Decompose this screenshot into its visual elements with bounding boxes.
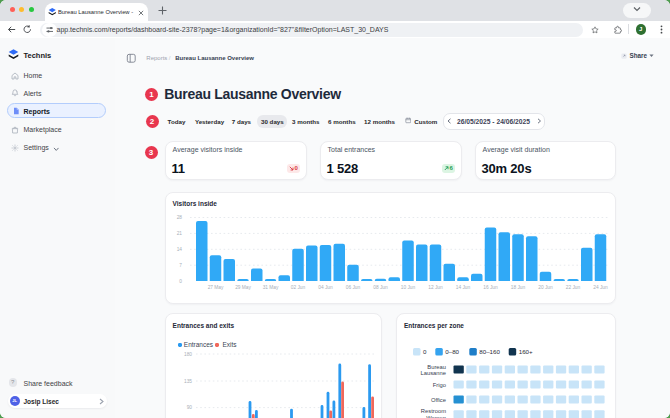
- svg-text:0–80: 0–80: [445, 348, 459, 355]
- svg-text:0: 0: [423, 348, 427, 355]
- svg-text:7: 7: [179, 263, 182, 268]
- svg-text:180: 180: [184, 352, 192, 357]
- svg-text:160+: 160+: [519, 348, 533, 355]
- svg-text:14 Jun: 14 Jun: [456, 285, 471, 290]
- svg-text:31 May: 31 May: [263, 285, 279, 290]
- svg-text:16 Jun: 16 Jun: [483, 285, 498, 290]
- svg-text:10 Jun: 10 Jun: [401, 285, 416, 290]
- svg-text:08 Jun: 08 Jun: [373, 285, 388, 290]
- svg-text:02 Jun: 02 Jun: [291, 285, 306, 290]
- svg-text:Restroom: Restroom: [421, 408, 446, 414]
- svg-text:Frigo: Frigo: [433, 382, 446, 388]
- svg-text:0: 0: [179, 279, 182, 284]
- svg-text:80–160: 80–160: [479, 348, 500, 355]
- svg-text:Lausanne: Lausanne: [421, 370, 446, 376]
- svg-text:Bureau: Bureau: [427, 364, 446, 370]
- svg-text:90: 90: [187, 405, 193, 410]
- svg-text:06 Jun: 06 Jun: [346, 285, 361, 290]
- svg-text:20 Jun: 20 Jun: [538, 285, 553, 290]
- svg-text:24 Jun: 24 Jun: [593, 285, 608, 290]
- svg-text:28: 28: [177, 215, 183, 220]
- svg-text:29 May: 29 May: [235, 285, 251, 290]
- svg-text:22 Jun: 22 Jun: [566, 285, 581, 290]
- svg-text:Office: Office: [431, 397, 446, 403]
- svg-text:12 Jun: 12 Jun: [428, 285, 443, 290]
- svg-text:135: 135: [184, 379, 192, 384]
- svg-text:21: 21: [177, 231, 183, 236]
- svg-text:14: 14: [177, 247, 183, 252]
- svg-text:27 May: 27 May: [208, 285, 224, 290]
- svg-text:18 Jun: 18 Jun: [511, 285, 526, 290]
- svg-text:04 Jun: 04 Jun: [318, 285, 333, 290]
